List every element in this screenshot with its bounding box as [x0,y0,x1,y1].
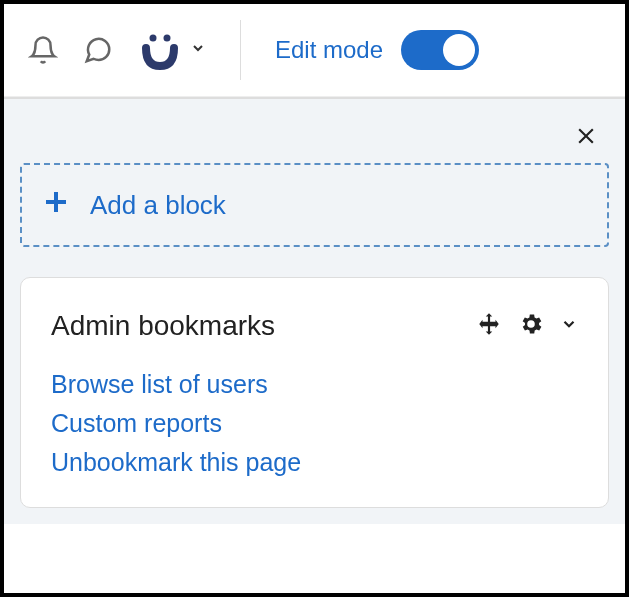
block-title: Admin bookmarks [51,310,275,342]
add-block-button[interactable]: Add a block [20,163,609,247]
move-icon[interactable] [476,311,502,341]
block-header: Admin bookmarks [51,310,578,342]
block-links: Browse list of users Custom reports Unbo… [51,370,578,477]
gear-icon[interactable] [518,311,544,341]
plus-icon [44,189,68,221]
block-actions [476,311,578,341]
avatar [138,28,182,72]
add-block-label: Add a block [90,190,226,221]
link-unbookmark[interactable]: Unbookmark this page [51,448,578,477]
edit-mode-toggle[interactable] [401,30,479,70]
edit-mode-control: Edit mode [275,30,479,70]
drawer-close-row [20,119,609,163]
divider [240,20,241,80]
chevron-down-icon [190,40,206,60]
toggle-knob [443,34,475,66]
svg-point-0 [150,35,157,42]
svg-rect-3 [46,200,66,204]
chevron-down-icon[interactable] [560,315,578,337]
topbar: Edit mode [4,4,625,97]
chat-icon[interactable] [82,35,114,65]
admin-bookmarks-block: Admin bookmarks [20,277,609,508]
svg-point-1 [164,35,171,42]
user-menu[interactable] [138,28,206,72]
topbar-left [28,28,206,72]
block-drawer: Add a block Admin bookmarks [4,97,625,524]
link-browse-users[interactable]: Browse list of users [51,370,578,399]
bell-icon[interactable] [28,35,58,65]
close-icon[interactable] [573,123,599,153]
edit-mode-label: Edit mode [275,36,383,64]
link-custom-reports[interactable]: Custom reports [51,409,578,438]
